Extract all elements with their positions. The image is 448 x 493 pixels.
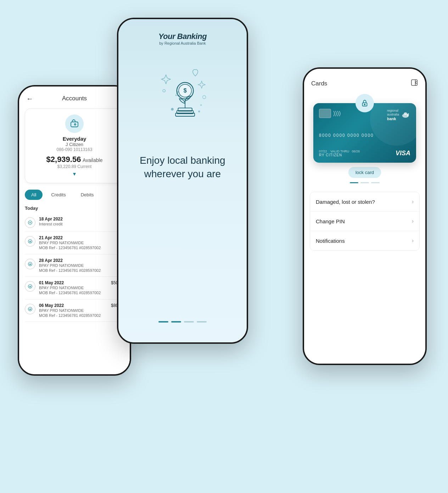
svg-point-23 (402, 114, 409, 118)
tx-desc-2: BPAY PRD NATIONWIDEMOB Ref - 123456781 #… (39, 263, 124, 273)
chevron-right-icon: › (412, 218, 414, 224)
svg-rect-20 (411, 80, 418, 86)
transaction-list: 18 Apr 2022 Interest credit 21 Apr 2022 … (19, 213, 130, 322)
tx-desc-4: BPAY PRD NATIONWIDEMOB Ref - 123456781 #… (39, 308, 107, 318)
exit-icon[interactable] (410, 79, 418, 88)
dot-1 (158, 321, 168, 323)
back-button[interactable]: ← (26, 95, 33, 103)
available-label: Available (83, 157, 103, 163)
card-section: )))) regional australia bank (304, 94, 425, 189)
svg-point-9 (203, 96, 206, 99)
cards-title: Cards (311, 80, 327, 87)
visa-logo: VISA (396, 150, 410, 157)
menu-notifications[interactable]: Notifications › (310, 231, 419, 250)
tx-info-4: 06 May 2022 BPAY PRD NATIONWIDEMOB Ref -… (39, 303, 107, 318)
account-number: 086-090 10113163 (31, 147, 118, 152)
card-dot-3 (371, 182, 380, 183)
svg-point-19 (200, 104, 202, 106)
card-indicator-dots (350, 182, 380, 183)
table-row: 28 Apr 2022 BPAY PRD NATIONWIDEMOB Ref -… (25, 254, 124, 277)
tx-icon-1 (25, 236, 35, 247)
account-card: Everyday J Citizen 086-090 10113163 $2,9… (25, 108, 124, 183)
page-dots (158, 321, 207, 323)
cards-header: Cards (304, 69, 425, 94)
account-icon (65, 114, 84, 133)
hero-text: Enjoy local banking wherever you are (127, 154, 238, 181)
tx-icon-2 (25, 259, 35, 269)
card-expiry: 07/22 VALID THRU 06/26 (319, 150, 360, 153)
section-today: Today (19, 203, 130, 213)
tx-date-3: 01 May 2022 (39, 280, 107, 285)
tx-desc-1: BPAY PRD NATIONWIDEMOB Ref - 123456781 #… (39, 240, 124, 251)
menu-change-pin-label: Change PIN (316, 218, 345, 224)
account-owner: J Citizen (31, 142, 118, 147)
page-title: Accounts (62, 95, 87, 102)
account-name: Everyday (31, 136, 118, 142)
tx-date-2: 28 Apr 2022 (39, 258, 124, 263)
tx-desc-3: BPAY PRD NATIONWIDEMOB Ref - 123456781 #… (39, 285, 107, 296)
current-balance: $3,220.89 Current (31, 164, 118, 169)
svg-point-17 (171, 108, 174, 111)
card-number: 8000 0000 0000 0000 (319, 133, 410, 138)
svg-point-22 (364, 104, 365, 105)
card-dot-2 (360, 182, 369, 183)
dot-3 (184, 321, 194, 323)
tx-icon-4 (25, 304, 35, 314)
svg-point-18 (198, 111, 200, 112)
lock-card-button[interactable]: lock card (348, 167, 381, 178)
card-bottom: 07/22 VALID THRU 06/26 RY CITIZEN VISA (319, 150, 410, 157)
right-phone: Cards (303, 67, 427, 365)
tx-date-0: 18 Apr 2022 (39, 217, 124, 222)
table-row: 01 May 2022 BPAY PRD NATIONWIDEMOB Ref -… (25, 277, 124, 299)
card-logo: regional australia bank (387, 109, 410, 121)
card-chip (319, 109, 331, 118)
accounts-header: ← Accounts (19, 86, 130, 106)
chevron-right-icon: › (412, 237, 414, 244)
table-row: 21 Apr 2022 BPAY PRD NATIONWIDEMOB Ref -… (25, 232, 124, 254)
menu-change-pin[interactable]: Change PIN › (310, 212, 419, 231)
menu-damaged-label: Damaged, lost or stolen? (316, 199, 375, 205)
table-row: 18 Apr 2022 Interest credit (25, 213, 124, 232)
svg-marker-7 (198, 81, 205, 88)
table-row: 06 May 2022 BPAY PRD NATIONWIDEMOB Ref -… (25, 299, 124, 322)
card-holder: RY CITIZEN (319, 153, 360, 157)
svg-point-8 (163, 89, 165, 92)
tx-desc-0: Interest credit (39, 222, 124, 226)
lock-circle (355, 94, 374, 112)
svg-text:$: $ (184, 87, 187, 94)
left-phone: ← Accounts Everyday J Citizen 086-090 10… (18, 85, 131, 376)
hero-illustration: $ (147, 62, 218, 133)
chevron-right-icon: › (412, 198, 414, 205)
contactless-icon: )))) (333, 110, 341, 117)
menu-damaged[interactable]: Damaged, lost or stolen? › (310, 192, 419, 212)
tx-icon-3 (25, 281, 35, 292)
card-expiry-section: 07/22 VALID THRU 06/26 RY CITIZEN (319, 150, 360, 157)
filter-tabs: All Credits Debits (19, 186, 130, 203)
filter-debits[interactable]: Debits (74, 190, 100, 200)
tx-info-3: 01 May 2022 BPAY PRD NATIONWIDEMOB Ref -… (39, 280, 107, 296)
card-dot-1 (350, 182, 358, 183)
tx-icon-0 (25, 217, 35, 228)
card-menu-list: Damaged, lost or stolen? › Change PIN › … (310, 192, 420, 251)
available-balance: $2,939.56 (46, 155, 81, 164)
filter-all[interactable]: All (25, 190, 43, 200)
tx-info-0: 18 Apr 2022 Interest credit (39, 217, 124, 226)
dot-4 (197, 321, 207, 323)
menu-notifications-label: Notifications (316, 238, 345, 244)
app-subtitle: by Regional Australia Bank (158, 41, 207, 45)
filter-credits[interactable]: Credits (45, 190, 72, 200)
tx-info-1: 21 Apr 2022 BPAY PRD NATIONWIDEMOB Ref -… (39, 235, 124, 251)
dropdown-arrow[interactable]: ▾ (31, 170, 118, 177)
tx-date-1: 21 Apr 2022 (39, 235, 124, 240)
svg-point-25 (407, 113, 409, 117)
svg-marker-6 (162, 75, 170, 84)
svg-point-24 (404, 112, 407, 115)
center-phone: Your Banking by Regional Australia Bank (117, 18, 248, 344)
tx-info-2: 28 Apr 2022 BPAY PRD NATIONWIDEMOB Ref -… (39, 258, 124, 273)
dot-2 (171, 321, 181, 323)
app-title: Your Banking (158, 32, 207, 41)
tx-date-4: 06 May 2022 (39, 303, 107, 308)
